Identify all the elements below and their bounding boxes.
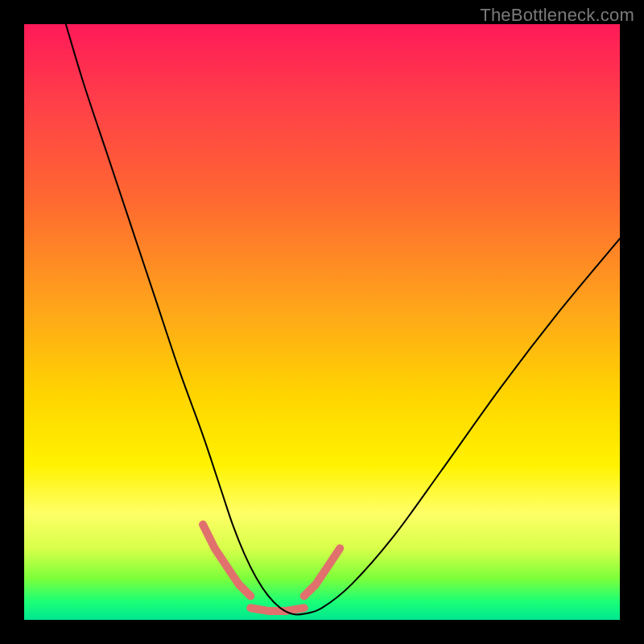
chart-frame: TheBottleneck.com <box>0 0 644 644</box>
highlight-segment <box>203 525 250 597</box>
highlight-segment <box>250 608 304 611</box>
chart-svg <box>24 24 620 620</box>
watermark-text: TheBottleneck.com <box>480 5 634 26</box>
curve-layer <box>66 24 620 615</box>
bottleneck-curve-path <box>66 24 620 615</box>
plot-area <box>24 24 620 620</box>
highlight-segment <box>304 548 340 596</box>
highlight-layer <box>203 525 340 611</box>
